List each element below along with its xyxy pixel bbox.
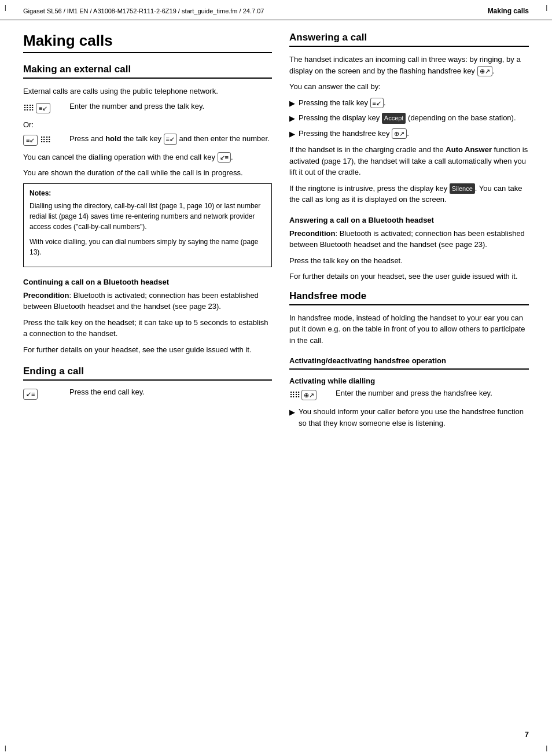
bluetooth-body1: Press the talk key on the headset; it ca… — [23, 317, 272, 340]
page-number: 7 — [525, 730, 529, 739]
main-divider — [23, 52, 272, 53]
answer-bluetooth-body2: For further details on your headset, see… — [289, 271, 529, 282]
answer-bluetooth-title: Answering a call on a Bluetooth headset — [289, 216, 529, 224]
instruction-row-2: ≡↙ ⠿⠿ Press and hold the talk key ≡↙ and… — [23, 134, 272, 145]
answering-divider — [289, 46, 529, 47]
content-area: Making calls Making an external call Ext… — [0, 20, 552, 451]
handsfree-icons: ⠿⠿ ⊕↗ — [289, 389, 330, 400]
activate-handsfree-section: Activating/deactivating handsfree operat… — [289, 356, 529, 429]
end-call-key-icon: ↙≡ — [218, 152, 231, 163]
talk-key-inline: ≡↙ — [164, 134, 177, 144]
answering-call-section: Answering a call The handset indicates a… — [289, 32, 529, 205]
handsfree-section: Handsfree mode In handsfree mode, instea… — [289, 290, 529, 346]
right-column: Answering a call The handset indicates a… — [289, 32, 529, 439]
handsfree-bullet-arrow: ▶ — [289, 407, 295, 418]
bullet-arrow-2: ▶ — [289, 113, 295, 124]
talk-key-icon-2: ≡↙ — [23, 135, 38, 145]
notes-box: Notes: Dialling using the directory, cal… — [23, 183, 272, 267]
cancel-text: You can cancel the dialling operation wi… — [23, 152, 272, 163]
end-key-icon: ↙≡ — [23, 389, 38, 399]
external-call-body1: External calls are calls using the publi… — [23, 86, 272, 97]
external-call-title: Making an external call — [23, 64, 272, 75]
ending-instruction-text: Press the end call key. — [69, 388, 145, 396]
handsfree-title: Handsfree mode — [289, 290, 529, 302]
corner-bl: | — [5, 745, 6, 751]
main-title: Making calls — [23, 32, 272, 50]
answer-bluetooth-section: Answering a call on a Bluetooth headset … — [289, 216, 529, 282]
bullet-item-2: ▶ Pressing the display key Accept (depen… — [289, 112, 529, 124]
bullet-1-text: Pressing the talk key ≡↙. — [299, 97, 386, 109]
handsfree-bullet-1: ▶ You should inform your caller before y… — [289, 406, 529, 429]
accept-key-badge: Accept — [382, 113, 406, 124]
answer-bluetooth-precondition: Precondition: Bluetooth is activated; co… — [289, 228, 529, 250]
answer-bluetooth-body1: Press the talk key on the headset. — [289, 255, 529, 267]
bluetooth-call-section: Continuing a call on a Bluetooth headset… — [23, 278, 272, 356]
talk-key-icon-answer: ≡↙ — [370, 98, 384, 108]
handsfree-bullet-list: ▶ You should inform your caller before y… — [289, 406, 529, 429]
keypad-icon-3: ⠿⠿ — [289, 390, 300, 400]
talk-key-icon: ≡↙ — [36, 103, 50, 113]
handsfree-key-icon-2: ⊕↗ — [392, 128, 407, 139]
header-section: Making calls — [488, 7, 529, 15]
page-header: Gigaset SL56 / IM1 EN / A31008-M1752-R11… — [0, 0, 552, 20]
external-call-divider — [23, 78, 272, 79]
header-path: Gigaset SL56 / IM1 EN / A31008-M1752-R11… — [23, 8, 264, 14]
making-calls-section: Making calls — [23, 32, 272, 53]
handsfree-divider — [289, 304, 529, 305]
answer-bullet-list: ▶ Pressing the talk key ≡↙. ▶ Pressing t… — [289, 97, 529, 140]
ending-call-instruction: ↙≡ Press the end call key. — [23, 388, 272, 399]
corner-br: | — [546, 745, 547, 751]
bullet-arrow-3: ▶ — [289, 128, 295, 140]
icon-cell-2: ≡↙ ⠿⠿ — [23, 134, 64, 145]
activate-handsfree-title: Activating/deactivating handsfree operat… — [289, 356, 529, 365]
bluetooth-call-title: Continuing a call on a Bluetooth headset — [23, 278, 272, 286]
keypad-icon: ⠿⠿ — [23, 104, 34, 113]
bullet-arrow-1: ▶ — [289, 98, 295, 109]
ending-icon-cell: ↙≡ — [23, 388, 64, 399]
handsfree-instruction-text: Enter the number and press the handsfree… — [336, 389, 492, 397]
auto-answer-text: If the handset is in the charging cradle… — [289, 144, 529, 178]
silence-text: If the ringtone is intrusive, press the … — [289, 183, 529, 205]
handsfree-key-icon-1: ⊕↗ — [477, 66, 492, 76]
notes-title: Notes: — [30, 189, 266, 198]
handsfree-instruction-row: ⠿⠿ ⊕↗ Enter the number and press the han… — [289, 389, 529, 400]
or-label: Or: — [23, 119, 272, 131]
keypad-icon-2: ⠿⠿ — [40, 135, 50, 145]
activate-divider — [289, 368, 529, 370]
answer-intro: You can answer the call by: — [289, 81, 529, 93]
silence-key-badge: Silence — [450, 183, 475, 194]
icon-cell-1: ⠿⠿ ≡↙ — [23, 102, 64, 113]
instruction-row-1: ⠿⠿ ≡↙ Enter the number and press the tal… — [23, 102, 272, 113]
external-call-section: Making an external call External calls a… — [23, 64, 272, 267]
ending-call-divider — [23, 379, 272, 381]
notes-body1: Dialling using the directory, call-by-ca… — [30, 201, 266, 232]
ending-call-section: Ending a call ↙≡ Press the end call key. — [23, 366, 272, 399]
answering-body1: The handset indicates an incoming call i… — [289, 54, 529, 76]
bullet-2-text: Pressing the display key Accept (dependi… — [299, 112, 516, 124]
handsfree-bullet-text: You should inform your caller before you… — [299, 406, 529, 429]
instruction-1-text: Enter the number and press the talk key. — [69, 102, 204, 110]
bullet-item-1: ▶ Pressing the talk key ≡↙. — [289, 97, 529, 109]
handsfree-press-icon: ⊕↗ — [301, 390, 317, 400]
duration-text: You are shown the duration of the call w… — [23, 167, 272, 179]
bullet-3-text: Pressing the handsfree key ⊕↗. — [299, 128, 409, 139]
page-footer: 7 — [0, 730, 552, 739]
notes-body2: With voice dialling, you can dial number… — [30, 237, 266, 257]
left-column: Making calls Making an external call Ext… — [23, 32, 272, 439]
bluetooth-body2: For further details on your headset, see… — [23, 344, 272, 356]
activating-while-dialling-title: Activating while dialling — [289, 377, 529, 385]
answering-call-title: Answering a call — [289, 32, 529, 43]
instruction-2-text: Press and hold the talk key ≡↙ and then … — [69, 134, 270, 144]
handsfree-body1: In handsfree mode, instead of holding th… — [289, 312, 529, 346]
bullet-item-3: ▶ Pressing the handsfree key ⊕↗. — [289, 128, 529, 140]
bluetooth-precondition: Precondition: Bluetooth is activated; co… — [23, 290, 272, 312]
ending-call-title: Ending a call — [23, 366, 272, 377]
